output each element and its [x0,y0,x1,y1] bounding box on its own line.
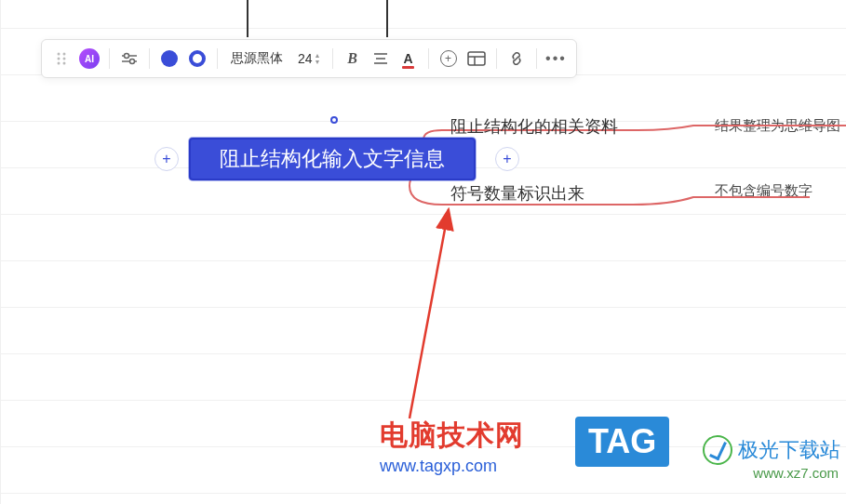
chevron-up-icon[interactable]: ▲ [315,52,321,59]
link-icon [508,50,525,67]
add-sibling-left-button[interactable]: + [154,147,179,171]
svg-point-7 [125,54,129,59]
svg-point-4 [58,62,60,65]
guide-line [386,0,388,37]
layout-button[interactable] [464,46,489,72]
svg-point-9 [130,60,135,64]
svg-point-2 [58,58,60,60]
font-size-stepper[interactable]: ▲ ▼ [315,52,321,65]
resize-handle-top[interactable] [330,116,338,124]
font-size-control[interactable]: 24 ▲ ▼ [292,46,325,72]
fill-color-swatch [161,50,178,67]
watermark-text: 极光下载站 [738,436,840,464]
separator [217,48,218,69]
watermark-title: 电脑技术网 [380,417,524,455]
align-button[interactable] [369,46,393,72]
separator [428,48,429,69]
separator [149,48,150,69]
svg-point-3 [63,58,66,60]
plus-icon: + [503,151,511,167]
settings-button[interactable] [117,46,141,72]
add-child-right-button[interactable]: + [495,147,519,171]
ai-icon: AI [79,48,100,69]
svg-point-0 [58,53,60,56]
stroke-color-swatch [189,50,206,67]
separator [536,48,537,69]
ai-button[interactable]: AI [77,46,101,72]
stroke-color-button[interactable] [185,46,209,72]
separator [109,48,110,69]
guide-line [247,0,248,37]
chevron-down-icon[interactable]: ▼ [315,59,321,65]
svg-rect-13 [468,52,485,65]
ellipsis-icon: ••• [545,50,567,67]
fill-color-button[interactable] [157,46,181,72]
align-icon [373,52,388,65]
mindmap-child-node[interactable]: 符号数量标识出来 [450,182,584,205]
link-button[interactable] [504,46,529,72]
drag-handle-icon[interactable] [49,46,74,72]
watermark-logo-icon [703,435,732,465]
separator [496,48,497,69]
mindmap-grandchild-node[interactable]: 不包含编号数字 [715,182,812,200]
svg-point-1 [63,53,66,56]
sliders-icon [121,52,138,65]
formatting-toolbar: AI 思源黑体 24 ▲ ▼ B A + ••• [41,39,577,78]
svg-point-5 [63,62,66,65]
text-color-icon: A [403,51,412,66]
svg-line-17 [410,209,449,418]
bold-button[interactable]: B [341,46,365,72]
node-text: 阻止结构化输入文字信息 [220,145,445,173]
add-element-button[interactable]: + [436,46,461,72]
mindmap-node-selected[interactable]: 阻止结构化输入文字信息 [189,138,476,180]
text-color-button[interactable]: A [396,46,421,72]
plus-circle-icon: + [440,50,457,67]
font-size-value: 24 [292,51,315,66]
watermark-tagxp: 电脑技术网 www.tagxp.com [380,417,524,476]
plus-icon: + [162,151,170,167]
layout-icon [467,51,486,66]
tag-badge: TAG [575,417,669,467]
mindmap-grandchild-node[interactable]: 结果整理为思维导图 [715,117,840,135]
watermark-url-2: www.xz7.com [753,465,839,481]
separator [332,48,333,69]
font-family-select[interactable]: 思源黑体 [225,46,289,72]
more-button[interactable]: ••• [544,46,569,72]
watermark-xz7: 极光下载站 [703,435,840,465]
mindmap-child-node[interactable]: 阻止结构化的相关资料 [450,115,618,138]
watermark-url: www.tagxp.com [380,457,524,476]
